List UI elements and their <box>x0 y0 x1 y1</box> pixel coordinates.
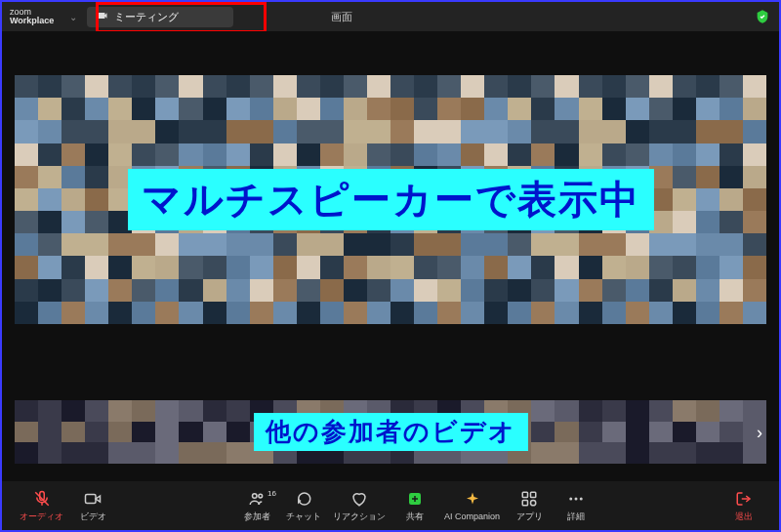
participants-label: 参加者 <box>244 511 270 523</box>
more-button[interactable]: 詳細 <box>553 485 599 527</box>
svg-point-3 <box>253 493 258 498</box>
ai-label: AI Companion <box>444 512 500 521</box>
bottom-toolbar: オーディオ ビデオ 参加者 16 チャット リアクション 共有 <box>2 481 779 530</box>
speaker-overlay-label: マルチスピーカーで表示中 <box>128 169 654 230</box>
gallery-next-button[interactable]: › <box>751 416 768 448</box>
apps-button[interactable]: アプリ <box>506 485 553 527</box>
chat-label: チャット <box>286 511 321 523</box>
video-button[interactable]: ビデオ <box>69 485 116 527</box>
svg-rect-8 <box>522 500 527 505</box>
chevron-down-icon[interactable]: ⌄ <box>69 12 77 22</box>
svg-point-10 <box>569 497 572 500</box>
mic-muted-icon <box>33 489 51 509</box>
apps-label: アプリ <box>516 511 543 523</box>
heart-icon <box>350 489 368 509</box>
leave-label: 退出 <box>735 511 753 523</box>
brand-bottom: Workplace <box>10 17 54 25</box>
gallery-row: ‹ 他の参加者のビデオ › <box>15 400 766 464</box>
speaker-video[interactable]: マルチスピーカーで表示中 <box>15 75 766 324</box>
apps-icon <box>520 489 538 509</box>
meeting-label: ミーティング <box>114 10 179 24</box>
more-icon <box>567 489 585 509</box>
video-icon <box>97 10 108 23</box>
participants-count: 16 <box>267 489 276 498</box>
video-label: ビデオ <box>80 511 106 523</box>
svg-rect-6 <box>522 492 527 497</box>
share-button[interactable]: 共有 <box>391 485 438 527</box>
camera-icon <box>84 489 102 509</box>
more-label: 詳細 <box>567 511 585 523</box>
svg-point-9 <box>531 500 536 505</box>
meeting-pill[interactable]: ミーティング <box>87 7 233 27</box>
svg-rect-7 <box>531 492 536 497</box>
sparkle-icon <box>464 490 481 510</box>
reactions-button[interactable]: リアクション <box>327 485 391 527</box>
audio-label: オーディオ <box>20 511 63 523</box>
view-label[interactable]: 画面 <box>331 10 352 24</box>
chat-icon <box>295 489 312 509</box>
participants-button[interactable]: 参加者 16 <box>233 485 280 527</box>
share-label: 共有 <box>406 511 424 523</box>
leave-button[interactable]: 退出 <box>720 485 767 527</box>
leave-icon <box>735 489 753 509</box>
brand-menu[interactable]: zoom Workplace <box>10 8 54 25</box>
participants-icon <box>248 489 266 509</box>
ai-companion-button[interactable]: AI Companion <box>438 486 506 525</box>
chat-button[interactable]: チャット <box>280 485 327 527</box>
main-video-area: マルチスピーカーで表示中 ‹ 他の参加者のビデオ › <box>2 31 779 481</box>
gallery-overlay-label: 他の参加者のビデオ <box>254 413 528 451</box>
reactions-label: リアクション <box>333 511 386 523</box>
share-icon <box>406 489 424 509</box>
svg-point-11 <box>575 497 578 500</box>
shield-icon[interactable] <box>754 8 771 25</box>
svg-rect-2 <box>86 494 97 503</box>
svg-point-12 <box>580 497 583 500</box>
audio-button[interactable]: オーディオ <box>14 485 69 527</box>
svg-point-4 <box>259 494 263 498</box>
top-bar: zoom Workplace ⌄ ミーティング 画面 <box>2 2 779 31</box>
